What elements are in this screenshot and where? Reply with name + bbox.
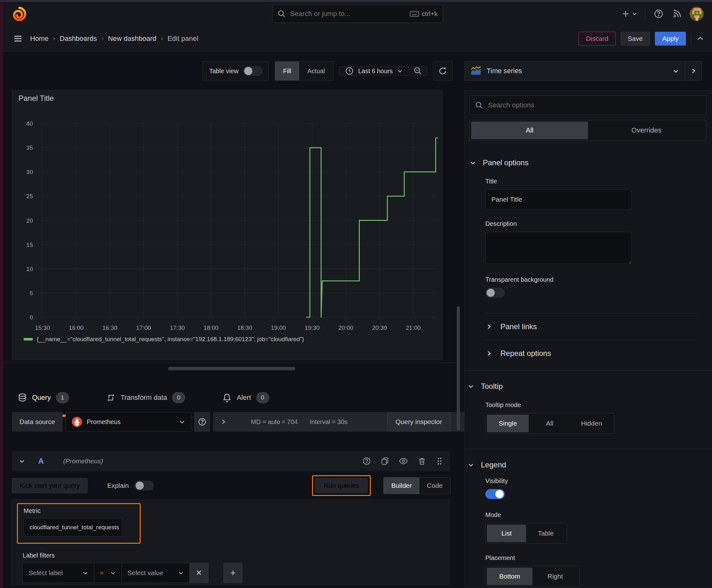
collapse-options-button[interactable] [685,62,702,80]
svg-text:20:00: 20:00 [339,324,353,331]
add-menu-button[interactable] [621,9,637,18]
select-value-dropdown[interactable]: Select value [122,563,190,583]
legend-placement-bottom[interactable]: Bottom [487,568,533,585]
chevron-right-icon [221,419,226,425]
tooltip-single-option[interactable]: Single [487,415,528,432]
operator-dropdown[interactable]: = [94,563,122,583]
tab-query[interactable]: Query 1 [18,392,69,403]
actual-option[interactable]: Actual [299,62,333,80]
left-edge-strip [0,2,3,588]
breadcrumb-new-dashboard[interactable]: New dashboard [108,35,156,43]
tab-transform-data[interactable]: Transform data 0 [106,392,185,403]
zoom-out-icon [413,67,422,76]
chevron-down-icon [179,419,185,425]
trash-icon[interactable] [417,457,426,465]
select-label-dropdown[interactable]: Select label [23,563,94,583]
query-row-a[interactable]: A (Prometheus) [12,451,450,471]
chevron-down-icon [632,11,637,16]
kick-start-button[interactable]: Kick start your query [12,478,88,493]
help-icon[interactable] [362,457,371,465]
global-search[interactable]: ctrl+k [272,5,443,23]
refresh-control [433,61,452,81]
legend-placement-right[interactable]: Right [533,568,578,585]
legend-header[interactable]: Legend [468,460,706,469]
discard-button[interactable]: Discard [579,32,615,45]
panel-options-header[interactable]: Panel options [470,158,706,167]
panel-preview: Panel Title 051015202530354015:3016:0016… [12,90,443,360]
legend-visibility-toggle[interactable] [486,489,505,499]
keyboard-icon [410,10,419,17]
metric-select[interactable]: cloudflared_tunnel_total_requests [24,518,122,537]
tab-all[interactable]: All [471,122,588,139]
resize-drag-handle[interactable] [168,367,295,370]
tooltip-header[interactable]: Tooltip [468,382,706,391]
zoom-out-button[interactable] [409,67,427,76]
search-input[interactable] [289,9,406,18]
save-button[interactable]: Save [621,32,650,45]
chevron-right-icon [486,323,492,330]
legend-swatch [24,338,33,340]
panel-title-input[interactable] [486,189,631,210]
help-icon[interactable] [654,9,664,19]
collapse-up-icon[interactable] [696,35,705,43]
chevron-down-icon [178,570,184,576]
remove-filter-button[interactable]: ✕ [190,563,209,583]
explain-toggle[interactable] [134,481,154,491]
label-filter-row: Select label = Select value ✕ + [23,563,450,583]
tooltip-hidden-option[interactable]: Hidden [571,415,612,432]
panel-links-header[interactable]: Panel links [470,313,706,340]
chevron-right-icon [690,68,697,74]
breadcrumb-dashboards[interactable]: Dashboards [60,35,97,43]
eye-icon[interactable] [399,456,408,466]
metric-label: Metric [24,507,134,514]
transform-icon [106,393,115,402]
menu-toggle-icon[interactable] [13,34,23,43]
tab-overrides[interactable]: Overrides [588,122,705,139]
transparent-background-toggle[interactable] [486,288,505,298]
apply-button[interactable]: Apply [655,32,686,45]
breadcrumb-home[interactable]: Home [30,35,49,43]
datasource-help-button[interactable] [194,412,210,432]
legend-mode-label: Mode [486,511,706,519]
legend-mode-list[interactable]: List [487,525,526,542]
grafana-logo-icon[interactable] [12,6,27,21]
options-search-input[interactable] [488,101,701,110]
svg-text:21:00: 21:00 [406,324,421,331]
table-view-toggle[interactable] [243,66,262,76]
chevron-down-icon [468,462,474,468]
time-range-button[interactable]: Last 6 hours [339,67,408,76]
visualization-picker[interactable]: Time series [465,62,685,80]
time-picker: Last 6 hours [339,66,427,76]
chart-legend[interactable]: {__name__="cloudflared_tunnel_total_requ… [12,336,442,343]
refresh-button[interactable] [433,62,452,80]
svg-text:30: 30 [26,169,33,175]
prometheus-icon [71,417,82,427]
query-actions-row: Kick start your query Explain Run querie… [12,475,451,496]
fill-option[interactable]: Fill [275,62,300,80]
datasource-picker[interactable]: Prometheus [66,412,191,432]
news-rss-icon[interactable] [672,9,681,19]
main-scrollbar[interactable] [457,306,460,430]
drag-grip-icon[interactable] [436,456,443,466]
tooltip-all-option[interactable]: All [528,415,570,432]
svg-text:25: 25 [26,193,33,200]
code-option[interactable]: Code [419,478,450,494]
metric-value: cloudflared_tunnel_total_requests [29,524,119,531]
builder-option[interactable]: Builder [384,478,419,494]
svg-text:16:00: 16:00 [69,324,84,331]
description-textarea[interactable] [486,232,631,264]
query-ref-id: A [38,457,44,465]
legend-mode-table[interactable]: Table [526,525,565,542]
interval-value: Interval = 30s [309,418,347,426]
duplicate-icon[interactable] [381,457,389,465]
query-inspector-button[interactable]: Query inspector [387,412,451,432]
tab-alert[interactable]: Alert 0 [222,392,269,403]
add-filter-button[interactable]: + [223,563,242,583]
user-avatar[interactable] [689,6,704,21]
repeat-options-header[interactable]: Repeat options [470,340,706,366]
legend-series-label[interactable]: {__name__="cloudflared_tunnel_total_requ… [37,336,304,343]
run-queries-button[interactable]: Run queries [315,478,368,493]
breadcrumb-edit-panel: Edit panel [167,35,198,43]
options-search[interactable] [470,96,706,115]
time-series-chart[interactable]: 051015202530354015:3016:0016:3017:0017:3… [12,103,442,335]
